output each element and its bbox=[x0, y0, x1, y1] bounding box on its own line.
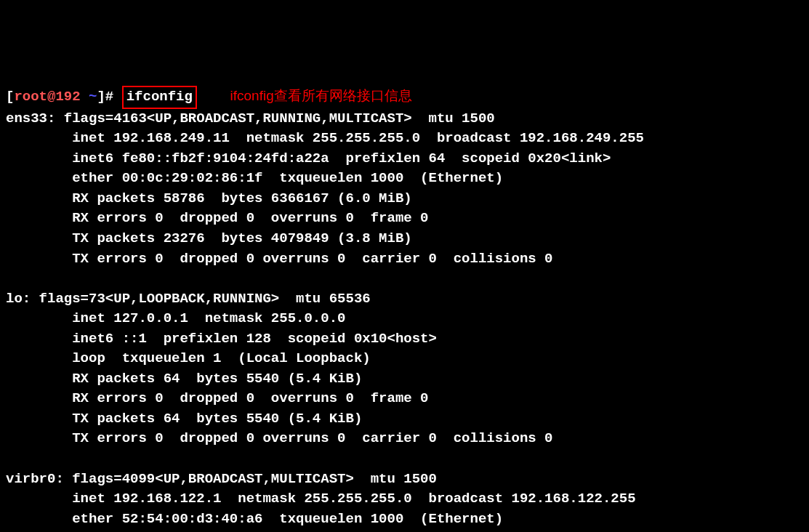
lo-tx-errors: TX errors 0 dropped 0 overruns 0 carrier… bbox=[6, 430, 553, 446]
ens33-tx-packets: TX packets 23276 bytes 4079849 (3.8 MiB) bbox=[6, 230, 412, 246]
lo-inet: inet 127.0.0.1 netmask 255.0.0.0 bbox=[6, 310, 345, 326]
ens33-rx-packets: RX packets 58786 bytes 6366167 (6.0 MiB) bbox=[6, 190, 412, 206]
prompt-user: root bbox=[14, 89, 47, 105]
prompt-bracket-open: [ bbox=[6, 89, 14, 105]
lo-inet6: inet6 ::1 prefixlen 128 scopeid 0x10<hos… bbox=[6, 331, 437, 347]
ens33-ether: ether 00:0c:29:02:86:1f txqueuelen 1000 … bbox=[6, 170, 503, 186]
prompt-hash: # bbox=[105, 89, 122, 105]
prompt-at: @ bbox=[47, 89, 55, 105]
ens33-inet6: inet6 fe80::fb2f:9104:24fd:a22a prefixle… bbox=[6, 150, 611, 166]
prompt-line[interactable]: [root@192 ~]# ifconfig ifconfig查看所有网络接口信… bbox=[6, 89, 412, 105]
command-highlight-box: ifconfig bbox=[122, 86, 197, 109]
prompt-host: 192 bbox=[55, 89, 80, 105]
ens33-rx-errors: RX errors 0 dropped 0 overruns 0 frame 0 bbox=[6, 210, 429, 226]
virbr0-header: virbr0: flags=4099<UP,BROADCAST,MULTICAS… bbox=[6, 471, 437, 487]
ens33-header: ens33: flags=4163<UP,BROADCAST,RUNNING,M… bbox=[6, 110, 495, 126]
lo-loop: loop txqueuelen 1 (Local Loopback) bbox=[6, 350, 371, 366]
lo-rx-errors: RX errors 0 dropped 0 overruns 0 frame 0 bbox=[6, 390, 429, 406]
virbr0-ether: ether 52:54:00:d3:40:a6 txqueuelen 1000 … bbox=[6, 511, 503, 527]
lo-rx-packets: RX packets 64 bytes 5540 (5.4 KiB) bbox=[6, 371, 362, 387]
annotation-spacing bbox=[197, 89, 230, 105]
annotation-text: ifconfig查看所有网络接口信息 bbox=[230, 88, 412, 103]
ens33-inet: inet 192.168.249.11 netmask 255.255.255.… bbox=[6, 130, 644, 146]
command-text: ifconfig bbox=[126, 89, 193, 105]
lo-tx-packets: TX packets 64 bytes 5540 (5.4 KiB) bbox=[6, 411, 362, 427]
lo-header: lo: flags=73<UP,LOOPBACK,RUNNING> mtu 65… bbox=[6, 291, 371, 307]
virbr0-inet: inet 192.168.122.1 netmask 255.255.255.0… bbox=[6, 491, 636, 507]
prompt-path: ~ bbox=[81, 89, 97, 105]
ens33-tx-errors: TX errors 0 dropped 0 overruns 0 carrier… bbox=[6, 251, 553, 267]
prompt-bracket-close: ] bbox=[97, 89, 105, 105]
